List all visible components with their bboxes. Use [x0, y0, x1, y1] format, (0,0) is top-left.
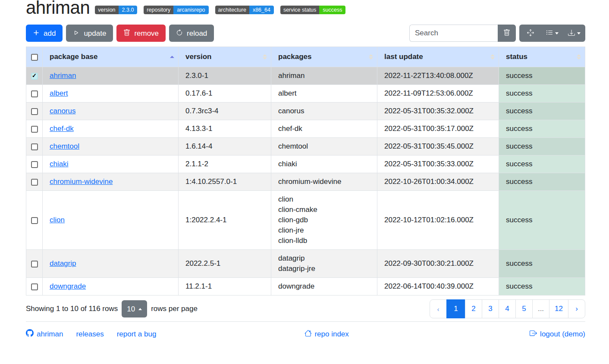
row-checkbox-cell	[26, 85, 43, 103]
row-checkbox-cell	[26, 67, 43, 85]
table-row-chef-dk[interactable]: chef-dk4.13.3-1chef-dk2022-05-31T00:35:1…	[26, 120, 585, 138]
plus-icon	[33, 29, 40, 37]
packages-cell: clionclion-cmakeclion-gdbclion-jreclion-…	[271, 191, 377, 250]
logout-link[interactable]: logout (demo)	[530, 330, 585, 339]
table-row-clion[interactable]: clion1:2022.2.4-1clionclion-cmakeclion-g…	[26, 191, 585, 250]
row-checkbox[interactable]	[31, 143, 38, 150]
pagination-page-4[interactable]: 4	[499, 299, 516, 318]
package-link[interactable]: chromium-widevine	[50, 177, 113, 186]
package-link[interactable]: ahriman	[50, 72, 76, 80]
package-link[interactable]: chiaki	[50, 160, 68, 168]
last-update-cell: 2022-05-31T00:35:32.000Z	[377, 103, 499, 120]
status-cell: success	[499, 191, 585, 250]
version-cell: 2.1.1-2	[179, 156, 271, 173]
column-header-status[interactable]: status	[499, 47, 585, 67]
version-cell: 11.2.1-1	[179, 278, 271, 296]
export-dropdown-button[interactable]	[563, 25, 585, 42]
row-checkbox[interactable]	[31, 179, 38, 186]
table-row-downgrade[interactable]: downgrade11.2.1-1downgrade2022-06-14T00:…	[26, 278, 585, 296]
repo-index-link[interactable]: repo index	[304, 330, 348, 339]
row-checkbox-cell	[26, 278, 43, 296]
table-row-datagrip[interactable]: datagrip2022.2.5-1datagripdatagrip-jre20…	[26, 250, 585, 278]
sort-both-icon	[263, 54, 267, 59]
reload-button[interactable]: reload	[169, 25, 214, 42]
footer-link-releases[interactable]: releases	[76, 329, 104, 339]
trash-icon	[503, 29, 510, 37]
package-base-cell: downgrade	[43, 278, 179, 296]
column-header-version[interactable]: version	[179, 47, 271, 67]
sort-both-icon	[490, 54, 495, 59]
package-link[interactable]: albert	[50, 89, 68, 97]
fullscreen-icon	[527, 29, 534, 37]
update-button-label: update	[84, 30, 106, 37]
pagination-ellipsis[interactable]: ...	[533, 299, 549, 318]
table-row-chiaki[interactable]: chiaki2.1.1-2chiaki2022-05-31T00:35:33.0…	[26, 156, 585, 173]
packages-cell: chiaki	[271, 156, 377, 173]
add-button[interactable]: add	[26, 25, 63, 42]
status-cell: success	[499, 156, 585, 173]
pagination-summary: Showing 1 to 10 of 116 rows 10 rows per …	[26, 300, 198, 317]
row-checkbox[interactable]	[31, 90, 38, 97]
search-input[interactable]	[409, 25, 498, 42]
row-checkbox-cell	[26, 120, 43, 138]
update-button[interactable]: update	[66, 25, 113, 42]
packages-cell: datagripdatagrip-jre	[271, 250, 377, 278]
pagination-page-3[interactable]: 3	[482, 299, 499, 318]
package-link[interactable]: chef-dk	[50, 124, 74, 133]
table-row-ahriman[interactable]: ahriman2.3.0-1ahriman2022-11-22T13:40:08…	[26, 67, 585, 85]
row-checkbox-cell	[26, 156, 43, 173]
badge-architecture-value: x86_64	[249, 6, 274, 15]
footer-link-ahriman[interactable]: ahriman	[26, 329, 63, 339]
row-checkbox[interactable]	[31, 126, 38, 133]
column-header-packages[interactable]: packages	[271, 47, 377, 67]
select-all-header-cell[interactable]	[26, 47, 43, 67]
column-header-last-update[interactable]: last update	[377, 47, 499, 67]
page-header: ahriman version2.3.0repositoryarcanisrep…	[26, 0, 585, 18]
status-cell: success	[499, 250, 585, 278]
version-cell: 1.6.14-4	[179, 138, 271, 156]
last-update-cell: 2022-06-14T00:40:39.000Z	[377, 278, 499, 296]
columns-dropdown-button[interactable]	[541, 25, 563, 42]
pagination-page-1[interactable]: 1	[447, 299, 465, 318]
row-checkbox[interactable]	[31, 161, 38, 168]
reload-icon	[176, 29, 183, 37]
page-footer: ahrimanreleasesreport a bug repo index l…	[26, 321, 585, 339]
row-checkbox[interactable]	[31, 261, 38, 268]
table-row-chromium-widevine[interactable]: chromium-widevine1:4.10.2557.0-1chromium…	[26, 173, 585, 191]
package-link[interactable]: downgrade	[50, 282, 86, 290]
pagination-page-12[interactable]: 12	[549, 299, 568, 318]
row-checkbox[interactable]	[31, 283, 38, 290]
status-cell: success	[499, 103, 585, 120]
page-size-button[interactable]: 10	[122, 300, 147, 317]
packages-cell: chef-dk	[271, 120, 377, 138]
pagination-page-2[interactable]: 2	[465, 299, 482, 318]
version-cell: 2.3.0-1	[179, 67, 271, 85]
package-base-cell: albert	[43, 85, 179, 103]
fullscreen-button[interactable]	[519, 25, 541, 42]
table-row-canorus[interactable]: canorus0.7.3rc3-4canorus2022-05-31T00:35…	[26, 103, 585, 120]
package-link[interactable]: datagrip	[50, 259, 76, 268]
row-checkbox-cell	[26, 250, 43, 278]
package-base-cell: chiaki	[43, 156, 179, 173]
table-row-albert[interactable]: albert0.17.6-1albert2022-11-09T12:53:06.…	[26, 85, 585, 103]
pagination-page-5[interactable]: 5	[516, 299, 533, 318]
row-checkbox[interactable]	[31, 108, 38, 115]
package-link[interactable]: clion	[50, 216, 65, 224]
last-update-cell: 2022-11-22T13:40:08.000Z	[377, 67, 499, 85]
remove-button[interactable]: remove	[116, 25, 166, 42]
column-header-package-base[interactable]: package base	[43, 47, 179, 67]
table-row-chemtool[interactable]: chemtool1.6.14-4chemtool2022-05-31T00:35…	[26, 138, 585, 156]
select-all-checkbox[interactable]	[31, 54, 38, 61]
package-base-cell: datagrip	[43, 250, 179, 278]
footer-link-report-a-bug[interactable]: report a bug	[117, 329, 157, 339]
package-link[interactable]: canorus	[50, 107, 75, 115]
row-checkbox[interactable]	[31, 217, 38, 224]
package-link[interactable]: chemtool	[50, 142, 79, 150]
last-update-cell: 2022-10-26T01:00:34.000Z	[377, 173, 499, 191]
chevron-down-icon	[577, 32, 581, 34]
row-checkbox[interactable]	[31, 73, 38, 80]
pagination-next[interactable]: ›	[568, 299, 585, 318]
pagination-prev[interactable]: ‹	[430, 299, 447, 318]
search-clear-button[interactable]	[498, 25, 516, 42]
chevron-down-icon	[555, 32, 559, 34]
